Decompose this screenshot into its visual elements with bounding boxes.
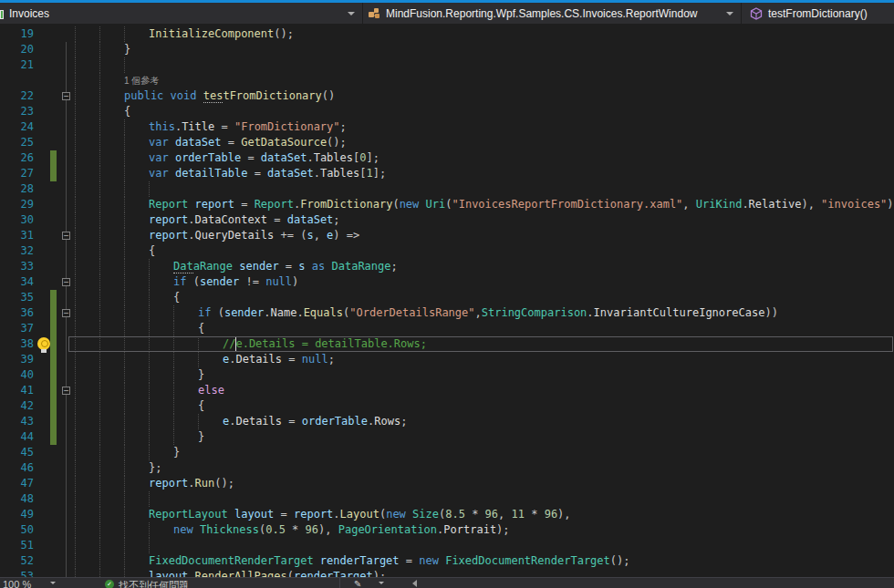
- code-line[interactable]: 42{: [0, 398, 894, 414]
- code-line[interactable]: 35{: [0, 290, 894, 305]
- code-line[interactable]: 39e.Details = null;: [0, 352, 894, 367]
- code-text: this.Title = "FromDictionary";: [149, 119, 347, 135]
- indent-guide: [75, 26, 76, 42]
- indent-guide: [99, 414, 100, 429]
- code-line[interactable]: 45}: [0, 445, 894, 460]
- indent-guide: [99, 73, 100, 88]
- change-tracking-bar: [50, 166, 57, 181]
- code-line[interactable]: 22–public void testFromDictionary(): [0, 88, 894, 104]
- code-line[interactable]: 32{: [0, 243, 894, 259]
- indent-guide: [173, 398, 174, 414]
- code-text: 1 個參考: [124, 73, 159, 88]
- code-line[interactable]: 23{: [0, 104, 894, 119]
- code-line[interactable]: 38//e.Details = detailTable.Rows;: [0, 336, 894, 352]
- zoom-level-control[interactable]: 100 %: [3, 579, 31, 588]
- indent-guide: [75, 569, 76, 577]
- change-tracking-bar: [50, 352, 57, 367]
- chevron-down-icon[interactable]: [348, 12, 355, 15]
- fold-collapse-marker[interactable]: –: [62, 278, 70, 286]
- chevron-down-icon[interactable]: [50, 582, 56, 584]
- fold-collapse-marker[interactable]: –: [62, 309, 70, 317]
- code-line[interactable]: 24this.Title = "FromDictionary";: [0, 119, 894, 135]
- indent-guide: [75, 367, 76, 383]
- code-line[interactable]: 41–else: [0, 383, 894, 398]
- code-text: new Thickness(0.5 * 96), PageOrientation…: [173, 522, 510, 538]
- chevron-down-icon[interactable]: [379, 582, 384, 584]
- indent-guide: [124, 367, 125, 383]
- code-line[interactable]: 47report.Run();: [0, 476, 894, 491]
- code-line[interactable]: 25var dataSet = GetDataSource();: [0, 135, 894, 150]
- code-line[interactable]: 33DataRange sender = s as DataRange;: [0, 259, 894, 274]
- code-line[interactable]: 48: [0, 491, 894, 507]
- line-number: 22: [0, 88, 34, 104]
- codelens-row[interactable]: 1 個參考: [0, 73, 894, 88]
- code-line[interactable]: 29Report report = Report.FromDictionary(…: [0, 197, 894, 212]
- indent-guide: [99, 197, 100, 212]
- indent-guide: [173, 321, 174, 336]
- code-line[interactable]: 37{: [0, 321, 894, 336]
- indent-guide: [75, 538, 76, 553]
- member-dropdown[interactable]: testFromDictionary(): [750, 3, 868, 24]
- indent-guide: [75, 73, 76, 88]
- editor-bottom-margin: 100 % ✓ 找不到任何問題 ✎: [0, 577, 894, 588]
- code-line[interactable]: 46};: [0, 460, 894, 476]
- code-line[interactable]: 40}: [0, 367, 894, 383]
- lightbulb-icon[interactable]: [37, 337, 50, 350]
- code-line[interactable]: 26var orderTable = dataSet.Tables[0];: [0, 150, 894, 166]
- scroll-left-arrow-icon[interactable]: [412, 580, 417, 587]
- code-line[interactable]: 53layout.RenderAllPages(renderTarget);: [0, 569, 894, 577]
- code-line[interactable]: 20}: [0, 42, 894, 57]
- code-line[interactable]: 43e.Details = orderTable.Rows;: [0, 414, 894, 429]
- indent-guide: [149, 383, 150, 398]
- fold-collapse-marker[interactable]: –: [62, 232, 70, 240]
- indent-guide: [99, 166, 100, 181]
- change-tracking-bar: [50, 150, 57, 166]
- indent-guide: [99, 290, 100, 305]
- document-health-indicator[interactable]: 找不到任何問題: [119, 579, 189, 588]
- indent-guide: [149, 491, 150, 507]
- code-line[interactable]: 51: [0, 538, 894, 553]
- indent-guide: [99, 228, 100, 243]
- code-line[interactable]: 52FixedDocumentRenderTarget renderTarget…: [0, 553, 894, 569]
- indent-guide: [124, 197, 125, 212]
- type-dropdown[interactable]: MindFusion.Reporting.Wpf.Samples.CS.Invo…: [368, 3, 697, 24]
- code-line[interactable]: 49ReportLayout layout = report.Layout(ne…: [0, 507, 894, 522]
- code-text: report.DataContext = dataSet;: [149, 212, 340, 228]
- indent-guide: [75, 181, 76, 197]
- code-line[interactable]: 30report.DataContext = dataSet;: [0, 212, 894, 228]
- indent-guide: [149, 321, 150, 336]
- code-line[interactable]: 36–if (sender.Name.Equals("OrderDetailsR…: [0, 305, 894, 321]
- code-text: }: [124, 42, 130, 57]
- change-tracking-bar: [50, 305, 57, 321]
- indent-guide: [75, 57, 76, 73]
- code-line[interactable]: 31–report.QueryDetails += (s, e) =>: [0, 228, 894, 243]
- indent-guide: [99, 212, 100, 228]
- code-line[interactable]: 44}: [0, 429, 894, 445]
- indent-guide: [124, 166, 125, 181]
- code-editing-surface[interactable]: 19InitializeComponent();20}211 個參考22–pub…: [0, 24, 894, 577]
- indent-guide: [124, 383, 125, 398]
- code-line[interactable]: 28: [0, 181, 894, 197]
- navbar-divider: [362, 3, 363, 24]
- line-number: 39: [0, 352, 34, 367]
- indent-guide: [99, 150, 100, 166]
- code-editor-window: Invoices MindFusion.Reporting.Wpf.Sample…: [0, 0, 894, 588]
- fold-collapse-marker[interactable]: –: [62, 387, 70, 395]
- indent-guide: [75, 259, 76, 274]
- chevron-down-icon[interactable]: [726, 12, 733, 15]
- indent-guide: [75, 42, 76, 57]
- indent-guide: [99, 522, 100, 538]
- code-line[interactable]: 21: [0, 57, 894, 73]
- code-line[interactable]: 27var detailTable = dataSet.Tables[1];: [0, 166, 894, 181]
- line-number: 37: [0, 321, 34, 336]
- indent-guide: [99, 383, 100, 398]
- indent-guide: [99, 491, 100, 507]
- method-icon: [750, 7, 763, 20]
- fold-collapse-marker[interactable]: –: [62, 92, 70, 100]
- code-line[interactable]: 19InitializeComponent();: [0, 26, 894, 42]
- code-line[interactable]: 34–if (sender != null): [0, 274, 894, 290]
- code-text: report.QueryDetails += (s, e) =>: [149, 228, 359, 243]
- project-dropdown[interactable]: Invoices: [9, 3, 49, 24]
- pencil-icon[interactable]: ✎: [354, 579, 361, 588]
- code-line[interactable]: 50new Thickness(0.5 * 96), PageOrientati…: [0, 522, 894, 538]
